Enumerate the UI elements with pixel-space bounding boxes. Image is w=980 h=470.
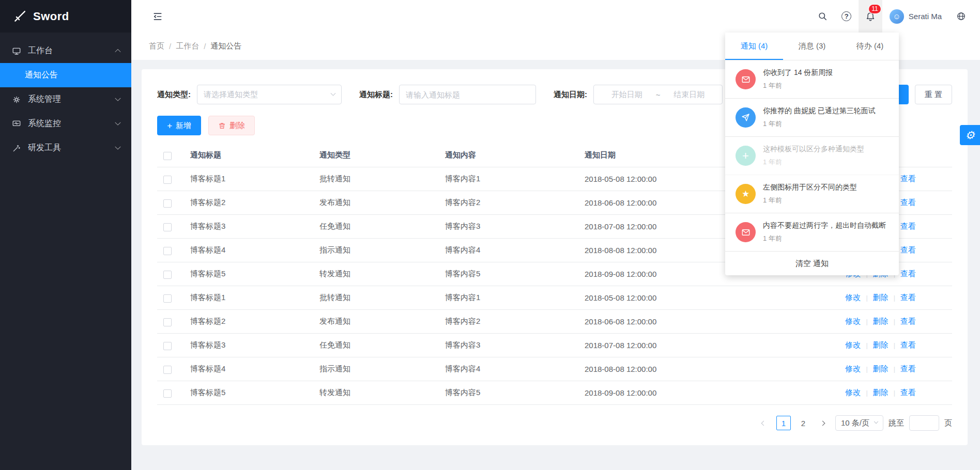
delete-link[interactable]: 删除	[873, 317, 889, 325]
page-button-1[interactable]: 1	[776, 416, 791, 430]
view-link[interactable]: 查看	[900, 340, 916, 349]
breadcrumb-home[interactable]: 首页	[149, 41, 164, 51]
search-icon[interactable]	[811, 0, 835, 33]
row-checkbox[interactable]	[163, 366, 172, 374]
view-link[interactable]: 查看	[900, 388, 916, 397]
row-checkbox[interactable]	[163, 342, 172, 350]
cell-content: 博客内容2	[439, 310, 578, 334]
jump-page-input[interactable]	[909, 415, 939, 431]
table-row: 博客标题2 发布通知 博客内容2 2018-06-08 12:00:00 修改删…	[157, 310, 952, 334]
filter-type-group: 通知类型: 请选择通知类型	[157, 85, 342, 104]
reset-button[interactable]: 重 置	[915, 85, 952, 104]
edit-link[interactable]: 修改	[845, 364, 861, 373]
help-icon[interactable]	[835, 0, 859, 33]
delete-link[interactable]: 删除	[873, 388, 889, 397]
view-link[interactable]: 查看	[900, 174, 916, 183]
date-range-separator: ~	[654, 90, 663, 99]
row-checkbox[interactable]	[163, 271, 172, 279]
cell-date: 2018-09-08 12:00:00	[578, 381, 749, 405]
view-link[interactable]: 查看	[900, 317, 916, 325]
tab-todos[interactable]: 待办 (4)	[841, 33, 899, 60]
sidebar-item-system-monitor[interactable]: 系统监控	[0, 112, 131, 136]
view-link[interactable]: 查看	[900, 293, 916, 302]
page-button-2[interactable]: 2	[796, 416, 810, 430]
sword-logo-icon	[12, 9, 27, 24]
row-checkbox[interactable]	[163, 223, 172, 231]
cell-title: 博客标题5	[184, 262, 313, 286]
notification-title: 内容不要超过两行字，超出时自动截断	[763, 221, 886, 230]
chevron-down-icon	[115, 119, 120, 125]
edit-link[interactable]: 修改	[845, 388, 861, 397]
cell-date: 2018-07-08 12:00:00	[578, 334, 749, 357]
topbar: 11 Serati Ma	[131, 0, 980, 33]
notice-title-input[interactable]	[399, 85, 536, 104]
cell-date: 2018-06-08 12:00:00	[578, 191, 749, 215]
notification-item[interactable]: 内容不要超过两行字，超出时自动截断 1 年前	[725, 213, 899, 252]
delete-button[interactable]: 删除	[208, 116, 255, 135]
chevron-up-icon	[115, 49, 120, 54]
sidebar-item-workbench[interactable]: 工作台	[0, 39, 131, 63]
row-checkbox[interactable]	[163, 294, 172, 303]
user-menu[interactable]: Serati Ma	[882, 0, 949, 33]
row-checkbox[interactable]	[163, 199, 172, 208]
language-globe-icon[interactable]	[949, 0, 973, 33]
tab-messages[interactable]: 消息 (3)	[783, 33, 841, 60]
filter-type-label: 通知类型:	[157, 90, 191, 100]
cell-title: 博客标题1	[184, 167, 313, 191]
notification-title: 左侧图标用于区分不同的类型	[763, 183, 857, 192]
view-link[interactable]: 查看	[900, 269, 916, 278]
edit-link[interactable]: 修改	[845, 340, 861, 349]
tab-notifications[interactable]: 通知 (4)	[725, 33, 783, 60]
notification-item[interactable]: 你推荐的 曲妮妮 已通过第三轮面试 1 年前	[725, 99, 899, 137]
select-placeholder: 请选择通知类型	[204, 90, 258, 100]
view-link[interactable]: 查看	[900, 222, 916, 230]
notification-item[interactable]: 你收到了 14 份新周报 1 年前	[725, 60, 899, 99]
delete-link[interactable]: 删除	[873, 364, 889, 373]
cell-content: 博客内容5	[439, 381, 578, 405]
notifications-button[interactable]: 11	[859, 0, 882, 33]
row-checkbox[interactable]	[163, 176, 172, 184]
notice-date-range-picker[interactable]: 开始日期 ~ 结束日期	[593, 85, 723, 104]
cell-title: 博客标题4	[184, 357, 313, 381]
sidebar-subitem-label: 通知公告	[25, 70, 58, 81]
cell-type: 转发通知	[313, 381, 439, 405]
notification-panel: 通知 (4) 消息 (3) 待办 (4) 你收到了 14 份新周报 1 年前	[725, 33, 899, 275]
cell-title: 博客标题1	[184, 286, 313, 310]
notification-item-read[interactable]: 这种模板可以区分多种通知类型 1 年前	[725, 137, 899, 175]
settings-fab-button[interactable]	[960, 125, 980, 145]
username: Serati Ma	[909, 12, 942, 21]
prev-page-button[interactable]	[757, 416, 771, 430]
cell-date: 2018-05-08 12:00:00	[578, 286, 749, 310]
breadcrumb-workbench[interactable]: 工作台	[176, 41, 199, 51]
cell-date: 2018-06-08 12:00:00	[578, 310, 749, 334]
chevron-down-icon	[874, 419, 878, 424]
edit-link[interactable]: 修改	[845, 317, 861, 325]
notice-type-select[interactable]: 请选择通知类型	[197, 85, 342, 104]
delete-link[interactable]: 删除	[873, 293, 889, 302]
cell-content: 博客内容4	[439, 239, 578, 262]
clear-notifications-button[interactable]: 清空 通知	[725, 252, 899, 275]
collapse-sidebar-button[interactable]	[146, 0, 170, 33]
view-link[interactable]: 查看	[900, 364, 916, 373]
notification-time: 1 年前	[763, 234, 886, 243]
delete-link[interactable]: 删除	[873, 340, 889, 349]
edit-link[interactable]: 修改	[845, 293, 861, 302]
row-checkbox[interactable]	[163, 389, 172, 398]
sidebar-item-notice[interactable]: 通知公告	[0, 63, 131, 87]
row-checkbox[interactable]	[163, 247, 172, 255]
select-all-checkbox[interactable]	[163, 152, 172, 160]
add-button[interactable]: 新增	[157, 116, 201, 135]
star-icon	[736, 184, 756, 204]
cell-content: 博客内容3	[439, 334, 578, 357]
next-page-button[interactable]	[816, 416, 830, 430]
view-link[interactable]: 查看	[900, 245, 916, 254]
view-link[interactable]: 查看	[900, 198, 916, 207]
app-logo[interactable]: Sword	[0, 0, 131, 33]
notification-title: 这种模板可以区分多种通知类型	[763, 145, 864, 154]
sidebar-item-dev-tools[interactable]: 研发工具	[0, 136, 131, 160]
page-size-select[interactable]: 10 条/页	[835, 415, 883, 431]
notification-item[interactable]: 左侧图标用于区分不同的类型 1 年前	[725, 175, 899, 213]
row-checkbox[interactable]	[163, 318, 172, 326]
sidebar-item-system-management[interactable]: 系统管理	[0, 87, 131, 112]
cell-title: 博客标题4	[184, 239, 313, 262]
